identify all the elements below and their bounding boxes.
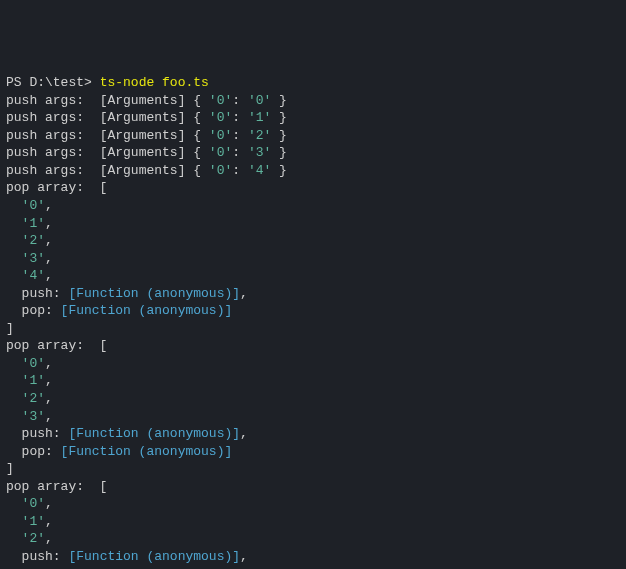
pop-array-push: push: [Function (anonymous)], bbox=[6, 425, 620, 443]
pop-array-header: pop array: [ bbox=[6, 337, 620, 355]
arguments-label: [Arguments] bbox=[100, 93, 194, 108]
arg-key: '0' bbox=[209, 110, 232, 125]
arguments-label: [Arguments] bbox=[100, 128, 194, 143]
arg-value: '4' bbox=[248, 163, 271, 178]
pop-array-item: '0', bbox=[6, 197, 620, 215]
pop-array-header: pop array: [ bbox=[6, 179, 620, 197]
push-label: push args: bbox=[6, 145, 100, 160]
pop-array-item: '0', bbox=[6, 495, 620, 513]
pop-key: pop: bbox=[6, 444, 61, 459]
pop-label: pop array: [ bbox=[6, 338, 107, 353]
pop-array-close: ] bbox=[6, 320, 620, 338]
array-item: '0' bbox=[22, 356, 45, 371]
arg-value: '2' bbox=[248, 128, 271, 143]
pop-array-header: pop array: [ bbox=[6, 478, 620, 496]
shell-prompt: PS D:\test> bbox=[6, 75, 100, 90]
array-item: '0' bbox=[22, 198, 45, 213]
push-label: push args: bbox=[6, 128, 100, 143]
arguments-label: [Arguments] bbox=[100, 145, 194, 160]
pop-array-item: '2', bbox=[6, 232, 620, 250]
array-item: '1' bbox=[22, 514, 45, 529]
pop-array-pop: pop: [Function (anonymous)] bbox=[6, 302, 620, 320]
push-key: push: bbox=[6, 286, 68, 301]
arg-value: '0' bbox=[248, 93, 271, 108]
array-item: '3' bbox=[22, 251, 45, 266]
pop-array-pop: pop: [Function (anonymous)] bbox=[6, 443, 620, 461]
push-args-line: push args: [Arguments] { '0': '2' } bbox=[6, 127, 620, 145]
array-item: '2' bbox=[22, 391, 45, 406]
array-item: '0' bbox=[22, 496, 45, 511]
pop-array-pop: pop: [Function (anonymous)] bbox=[6, 566, 620, 570]
pop-array-item: '1', bbox=[6, 215, 620, 233]
pop-array-push: push: [Function (anonymous)], bbox=[6, 548, 620, 566]
pop-array-close: ] bbox=[6, 460, 620, 478]
pop-array-item: '0', bbox=[6, 355, 620, 373]
pop-array-item: '3', bbox=[6, 250, 620, 268]
arguments-label: [Arguments] bbox=[100, 163, 194, 178]
arg-value: '1' bbox=[248, 110, 271, 125]
pop-array-item: '1', bbox=[6, 513, 620, 531]
pop-array-push: push: [Function (anonymous)], bbox=[6, 285, 620, 303]
pop-label: pop array: [ bbox=[6, 180, 107, 195]
push-key: push: bbox=[6, 426, 68, 441]
array-item: '2' bbox=[22, 531, 45, 546]
arg-key: '0' bbox=[209, 93, 232, 108]
function-ref: [Function (anonymous)] bbox=[68, 549, 240, 564]
push-label: push args: bbox=[6, 93, 100, 108]
function-ref: [Function (anonymous)] bbox=[68, 286, 240, 301]
pop-array-item: '1', bbox=[6, 372, 620, 390]
pop-array-item: '2', bbox=[6, 530, 620, 548]
array-item: '2' bbox=[22, 233, 45, 248]
function-ref: [Function (anonymous)] bbox=[68, 426, 240, 441]
arguments-label: [Arguments] bbox=[100, 110, 194, 125]
pop-label: pop array: [ bbox=[6, 479, 107, 494]
array-item: '4' bbox=[22, 268, 45, 283]
push-args-line: push args: [Arguments] { '0': '4' } bbox=[6, 162, 620, 180]
push-args-line: push args: [Arguments] { '0': '1' } bbox=[6, 109, 620, 127]
push-label: push args: bbox=[6, 163, 100, 178]
pop-array-item: '2', bbox=[6, 390, 620, 408]
function-ref: [Function (anonymous)] bbox=[61, 444, 233, 459]
array-item: '1' bbox=[22, 216, 45, 231]
arg-key: '0' bbox=[209, 128, 232, 143]
terminal-output: PS D:\test> ts-node foo.tspush args: [Ar… bbox=[6, 74, 620, 569]
push-key: push: bbox=[6, 549, 68, 564]
push-label: push args: bbox=[6, 110, 100, 125]
pop-array-item: '3', bbox=[6, 408, 620, 426]
arg-value: '3' bbox=[248, 145, 271, 160]
arg-key: '0' bbox=[209, 163, 232, 178]
pop-key: pop: bbox=[6, 303, 61, 318]
push-args-line: push args: [Arguments] { '0': '0' } bbox=[6, 92, 620, 110]
arg-key: '0' bbox=[209, 145, 232, 160]
pop-array-item: '4', bbox=[6, 267, 620, 285]
array-item: '1' bbox=[22, 373, 45, 388]
function-ref: [Function (anonymous)] bbox=[61, 303, 233, 318]
array-item: '3' bbox=[22, 409, 45, 424]
push-args-line: push args: [Arguments] { '0': '3' } bbox=[6, 144, 620, 162]
prompt-line: PS D:\test> ts-node foo.ts bbox=[6, 74, 620, 92]
command-text: ts-node foo.ts bbox=[100, 75, 209, 90]
